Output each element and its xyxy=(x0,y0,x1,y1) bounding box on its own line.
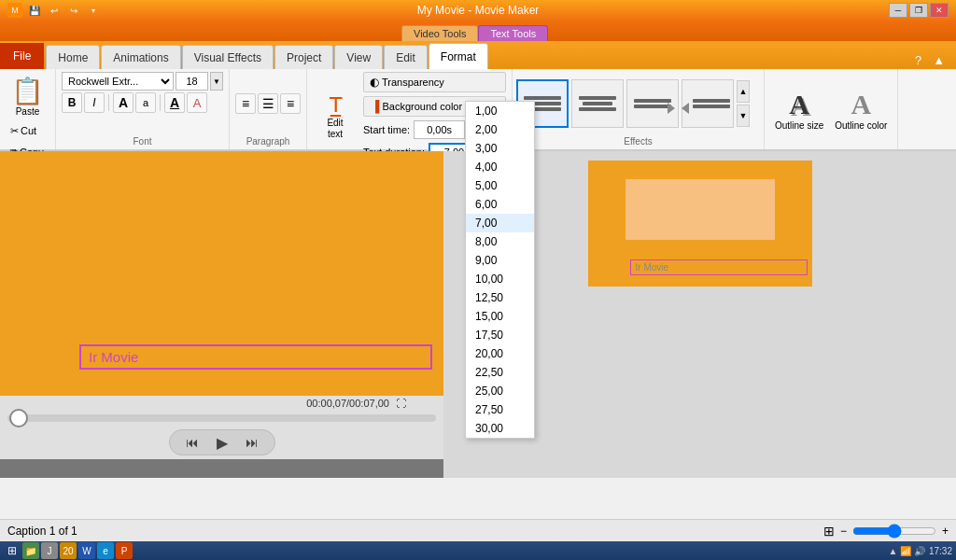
taskbar-paint-icon[interactable]: P xyxy=(116,542,133,559)
taskbar-windows-button[interactable]: ⊞ xyxy=(4,542,21,559)
background-color-label: Background color xyxy=(383,101,463,112)
increase-font-button[interactable]: A xyxy=(113,92,134,113)
scrubber[interactable] xyxy=(7,414,436,422)
dropdown-item-8-00[interactable]: 8,00 xyxy=(466,232,534,251)
title-bar-left: M 💾 ↩ ↪ ▾ xyxy=(7,3,102,18)
undo-button[interactable]: ↩ xyxy=(46,3,63,18)
clear-format-button[interactable]: A xyxy=(187,92,207,113)
taskbar-time: 17:32 xyxy=(929,546,952,556)
cut-button[interactable]: ✂ Cut xyxy=(6,120,49,141)
rewind-button[interactable]: ⏮ xyxy=(179,432,205,453)
bold-button[interactable]: B xyxy=(62,92,82,113)
dropdown-item-12-50[interactable]: 12,50 xyxy=(466,288,534,307)
align-center-button[interactable]: ☰ xyxy=(258,93,278,114)
dropdown-item-27-50[interactable]: 27,50 xyxy=(466,400,534,419)
dropdown-item-2-00[interactable]: 2,00 xyxy=(466,120,534,139)
effect-button-2[interactable] xyxy=(571,79,624,128)
align-right-button[interactable]: ≡ xyxy=(280,93,301,114)
restore-button[interactable]: ❐ xyxy=(909,3,928,18)
dropdown-item-1-00[interactable]: 1,00 xyxy=(466,102,534,120)
redo-button[interactable]: ↪ xyxy=(65,3,82,18)
dropdown-item-7-00[interactable]: 7,00 xyxy=(466,214,534,232)
taskbar-word-icon[interactable]: W xyxy=(78,542,95,559)
preview-thumbnail: Ir Movie xyxy=(588,161,812,287)
transparency-icon: ◐ xyxy=(370,76,379,89)
tab-edit[interactable]: Edit xyxy=(384,45,428,69)
help-button[interactable]: ? xyxy=(909,51,927,69)
quick-access-toolbar: 💾 ↩ ↪ ▾ xyxy=(26,3,102,18)
caption-box[interactable]: Ir Movie xyxy=(79,344,432,370)
dropdown-item-9-00[interactable]: 9,00 xyxy=(466,251,534,270)
effects-scroll-up[interactable]: ▲ xyxy=(737,80,750,103)
taskbar-folder-icon[interactable]: 📁 xyxy=(22,542,39,559)
edit-text-button[interactable]: T̲ Edittext xyxy=(313,72,358,161)
dropdown-item-17-50[interactable]: 17,50 xyxy=(466,326,534,344)
dropdown-item-3-00[interactable]: 3,00 xyxy=(466,139,534,158)
customize-button[interactable]: ▾ xyxy=(85,3,102,18)
taskbar-app-icon-1[interactable]: J xyxy=(41,542,58,559)
effects-scroll-down[interactable]: ▼ xyxy=(737,105,750,127)
tab-visual-effects[interactable]: Visual Effects xyxy=(182,45,274,69)
taskbar-system-icons: ▲ 📶 🔊 xyxy=(889,546,925,556)
dropdown-item-6-00[interactable]: 6,00 xyxy=(466,195,534,214)
thumbnail-caption: Ir Movie xyxy=(630,259,808,275)
play-button[interactable]: ▶ xyxy=(209,432,235,453)
effect-button-4[interactable] xyxy=(682,79,734,128)
transparency-button[interactable]: ◐ Transparency xyxy=(363,72,506,92)
effect-button-3[interactable] xyxy=(626,79,679,128)
tab-project[interactable]: Project xyxy=(274,45,333,69)
font-label: Font xyxy=(62,134,223,147)
font-family-select[interactable]: Rockwell Extr... xyxy=(62,72,174,91)
close-button[interactable]: ✕ xyxy=(930,3,949,18)
dropdown-item-15-00[interactable]: 15,00 xyxy=(466,307,534,326)
dropdown-item-10-00[interactable]: 10,00 xyxy=(466,270,534,288)
dropdown-item-25-00[interactable]: 25,00 xyxy=(466,382,534,400)
taskbar-app-icon-2[interactable]: 20 xyxy=(60,542,77,559)
paste-icon: 📋 xyxy=(11,76,44,106)
caption-status: Caption 1 of 1 xyxy=(7,525,77,538)
tab-format[interactable]: Format xyxy=(429,43,488,69)
paste-button[interactable]: 📋 Paste xyxy=(7,72,48,120)
taskbar-ie-icon[interactable]: e xyxy=(97,542,114,559)
window-controls: ─ ❐ ✕ xyxy=(889,3,949,18)
decrease-font-button[interactable]: a xyxy=(135,92,156,113)
forward-button[interactable]: ⏭ xyxy=(239,432,265,453)
clipboard-group: 📋 Paste ✂ Cut ⧉ Copy Clipboard xyxy=(0,69,56,149)
window-title: My Movie - Movie Maker xyxy=(0,4,956,17)
separator2 xyxy=(160,94,161,111)
tab-view[interactable]: View xyxy=(334,45,383,69)
outline-color-button[interactable]: A Outline color xyxy=(832,86,890,133)
tab-home[interactable]: Home xyxy=(46,45,100,69)
taskbar-right: ▲ 📶 🔊 17:32 xyxy=(889,546,953,556)
effects-group: ▲ ▼ Effects xyxy=(513,69,765,149)
paragraph-label: Paragraph xyxy=(235,134,301,147)
tab-text-tools[interactable]: Text Tools xyxy=(478,25,548,41)
outline-size-button[interactable]: A xyxy=(164,92,185,113)
dropdown-item-22-50[interactable]: 22,50 xyxy=(466,363,534,382)
tab-video-tools[interactable]: Video Tools xyxy=(401,25,478,41)
tab-animations[interactable]: Animations xyxy=(101,45,180,69)
zoom-slider[interactable] xyxy=(852,524,936,539)
dropdown-item-20-00[interactable]: 20,00 xyxy=(466,344,534,363)
save-button[interactable]: 💾 xyxy=(26,3,43,18)
dropdown-item-30-00[interactable]: 30,00 xyxy=(466,419,534,438)
zoom-out-button[interactable]: − xyxy=(840,525,847,538)
zoom-in-button[interactable]: + xyxy=(942,525,949,538)
collapse-button[interactable]: ▲ xyxy=(927,51,950,69)
taskbar-left: ⊞ 📁 J 20 W e P xyxy=(4,542,133,559)
align-left-button[interactable]: ≡ xyxy=(235,93,256,114)
scrubber-handle[interactable] xyxy=(9,409,28,427)
app-icon: M xyxy=(7,3,22,18)
start-time-input[interactable] xyxy=(414,120,465,139)
expand-icon[interactable]: ⛶ xyxy=(396,398,406,409)
font-size-input[interactable] xyxy=(176,72,208,91)
italic-button[interactable]: I xyxy=(84,92,105,113)
caption-text: Ir Movie xyxy=(89,349,138,365)
outline-size-button[interactable]: A Outline size xyxy=(772,86,826,133)
minimize-button[interactable]: ─ xyxy=(889,3,907,18)
font-size-dropdown[interactable]: ▼ xyxy=(210,72,223,91)
tab-file[interactable]: File xyxy=(0,43,44,69)
dropdown-item-4-00[interactable]: 4,00 xyxy=(466,158,534,176)
dropdown-item-5-00[interactable]: 5,00 xyxy=(466,176,534,195)
fit-button[interactable]: ⊞ xyxy=(823,524,835,539)
